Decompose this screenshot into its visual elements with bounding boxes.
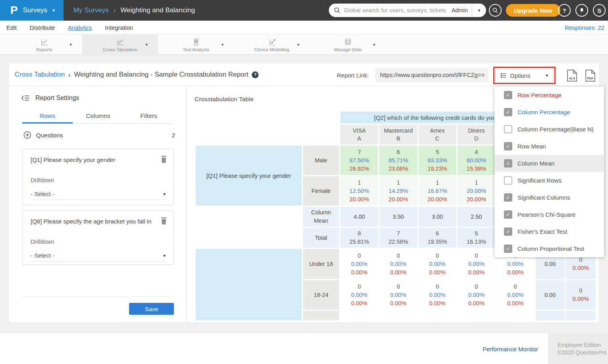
checkbox-checked-icon[interactable]: ✓ bbox=[504, 108, 512, 116]
checkbox-checked-icon[interactable]: ✓ bbox=[504, 142, 512, 150]
chevron-right-icon: › bbox=[114, 7, 116, 14]
caret-down-icon[interactable]: ▾ bbox=[221, 42, 224, 47]
drilldown-select[interactable]: - Select - ▾ bbox=[31, 250, 166, 262]
checkbox-checked-icon[interactable]: ✓ bbox=[504, 227, 512, 236]
data-cell: 00.00%0.00% bbox=[379, 280, 417, 310]
data-cell: 112.50%20.00% bbox=[340, 176, 378, 206]
save-button[interactable]: Save bbox=[129, 303, 174, 315]
cross-tabulation-link[interactable]: Cross Tabulation bbox=[15, 71, 65, 79]
export-xls-button[interactable]: XLS bbox=[567, 69, 577, 82]
option-column-proportional-test[interactable]: ✓ Column Proportional Test bbox=[494, 240, 604, 257]
caret-down-icon: ▾ bbox=[52, 8, 55, 13]
options-dropdown-menu: ✓ Row Percentage ✓ Column Percentage Col… bbox=[494, 87, 604, 257]
notifications-button[interactable] bbox=[575, 4, 588, 17]
data-cell: 825.81% bbox=[340, 228, 378, 248]
checkbox-checked-icon[interactable]: ✓ bbox=[504, 210, 512, 219]
report-link-label: Report Link: bbox=[337, 72, 369, 79]
tab-rows[interactable]: Rows bbox=[22, 111, 73, 123]
checkbox-checked-icon[interactable]: ✓ bbox=[504, 245, 512, 253]
option-pearsons-chi-square[interactable]: ✓ Pearson's Chi-Square bbox=[494, 206, 604, 223]
col-header-visa: VISAA bbox=[340, 125, 378, 144]
performance-monitor-link[interactable]: Performance Monitor bbox=[483, 346, 538, 352]
edition-panel: Employee Edition ©2020 QuestionPro bbox=[548, 333, 608, 364]
questions-row: Questions 2 bbox=[23, 131, 175, 139]
option-column-percentage-base-n[interactable]: Column Percentage(Base N) bbox=[494, 121, 604, 138]
tool-reports[interactable]: Reports ▾ bbox=[6, 35, 82, 55]
delete-question-button[interactable] bbox=[160, 217, 167, 225]
delete-question-button[interactable] bbox=[160, 156, 167, 163]
nav-edit[interactable]: Edit bbox=[6, 24, 17, 31]
collapse-menu-icon bbox=[21, 94, 30, 102]
report-settings-toggle[interactable]: Report Settings bbox=[21, 94, 79, 102]
option-column-percentage[interactable]: ✓ Column Percentage bbox=[494, 104, 604, 121]
analytics-toolbar: Reports ▾ Cross-Tabulation ▾ Text Analys… bbox=[0, 35, 608, 55]
breadcrumb-my-surveys[interactable]: My Surveys bbox=[73, 6, 109, 14]
top-bar: P Surveys ▾ My Surveys › Weighting and B… bbox=[0, 0, 608, 21]
caret-down-icon[interactable]: ▾ bbox=[297, 42, 299, 47]
row-question-cell bbox=[196, 249, 302, 320]
topbar-breadcrumb: My Surveys › Weighting and Balancing bbox=[73, 0, 195, 21]
search-input[interactable] bbox=[344, 7, 448, 13]
questions-count: 2 bbox=[172, 132, 175, 139]
chevron-right-icon: › bbox=[68, 71, 70, 78]
row-mean-cell: 0.00 bbox=[536, 280, 565, 310]
data-cell: 120.00%20.00% bbox=[457, 176, 495, 206]
tab-filters[interactable]: Filters bbox=[124, 111, 174, 123]
export-pdf-button[interactable]: PDF bbox=[585, 69, 596, 82]
nav-analytics[interactable]: Analytics bbox=[68, 24, 92, 31]
tool-text-analysis[interactable]: Text Analysis ▾ bbox=[158, 35, 234, 55]
trash-icon bbox=[160, 217, 167, 225]
report-help-icon[interactable]: ? bbox=[252, 71, 259, 78]
option-fishers-exact-test[interactable]: ✓ Fisher's Exact Test bbox=[494, 223, 604, 240]
option-significant-rows[interactable]: Significant Rows bbox=[494, 172, 604, 189]
data-cell: 00.00%0.00% bbox=[419, 280, 456, 310]
data-cell: 480.00%15.38% bbox=[457, 146, 495, 175]
caret-down-icon[interactable]: ▾ bbox=[69, 42, 72, 47]
nav-distribute[interactable]: Distribute bbox=[30, 24, 55, 31]
data-cell: 00.00%0.00% bbox=[457, 249, 495, 279]
row-question-cell: [Q1] Please specify your gender bbox=[196, 146, 302, 206]
checkbox-unchecked-icon[interactable] bbox=[504, 125, 512, 133]
divider bbox=[22, 297, 174, 297]
report-link-url[interactable]: https://www.questionpro.com/t/lFFCZg bbox=[380, 72, 477, 78]
add-question-icon[interactable] bbox=[23, 131, 31, 139]
product-switcher[interactable]: P Surveys ▾ bbox=[0, 0, 64, 21]
user-avatar[interactable]: S bbox=[593, 4, 606, 17]
tool-cross-tabulation[interactable]: Cross-Tabulation ▾ bbox=[82, 35, 158, 55]
row-label: Total bbox=[303, 228, 339, 248]
checkbox-checked-icon[interactable]: ✓ bbox=[504, 193, 512, 202]
caret-down-icon[interactable]: ▾ bbox=[373, 42, 375, 47]
checkbox-unchecked-icon[interactable] bbox=[504, 176, 512, 185]
option-significant-columns[interactable]: ✓ Significant Columns bbox=[494, 189, 604, 206]
search-scope-dropdown[interactable]: ▾ bbox=[472, 4, 486, 17]
upgrade-now-button[interactable]: Upgrade Now bbox=[506, 4, 560, 17]
data-cell: 00.00%0.00% bbox=[419, 249, 456, 279]
report-link-box: https://www.questionpro.com/t/lFFCZg bbox=[375, 68, 488, 82]
options-button[interactable]: Options ▾ bbox=[495, 68, 553, 83]
option-row-mean[interactable]: ✓ Row Mean bbox=[494, 138, 604, 155]
nav-integration[interactable]: Integration bbox=[105, 24, 133, 31]
tool-choice-modelling[interactable]: Choice Modelling ▾ bbox=[234, 35, 310, 55]
tab-columns[interactable]: Columns bbox=[73, 111, 123, 123]
bell-icon bbox=[579, 7, 585, 13]
caret-down-icon: ▾ bbox=[163, 191, 166, 197]
trash-icon bbox=[160, 156, 167, 163]
question-mark-icon: ? bbox=[562, 7, 566, 14]
text-analysis-icon bbox=[192, 38, 201, 46]
checkbox-checked-icon[interactable]: ✓ bbox=[504, 159, 512, 168]
report-settings-title: Report Settings bbox=[35, 94, 79, 102]
drilldown-select[interactable]: - Select - ▾ bbox=[31, 188, 166, 200]
checkbox-checked-icon[interactable]: ✓ bbox=[504, 91, 512, 99]
link-icon[interactable] bbox=[477, 71, 485, 79]
data-cell: 114.29%20.00% bbox=[379, 176, 417, 206]
data-cell: 619.35% bbox=[419, 228, 456, 248]
caret-down-icon[interactable]: ▾ bbox=[145, 42, 148, 47]
option-column-mean[interactable]: ✓ Column Mean bbox=[494, 155, 604, 172]
data-cell: 583.33%19.23% bbox=[419, 146, 456, 175]
tool-manage-data[interactable]: Manage Data ▾ bbox=[310, 35, 386, 55]
option-row-percentage[interactable]: ✓ Row Percentage bbox=[494, 87, 604, 104]
report-header: Cross Tabulation › Weighting and Balanci… bbox=[9, 64, 599, 86]
help-button[interactable]: ? bbox=[558, 4, 571, 17]
search-submit-button[interactable] bbox=[489, 4, 502, 17]
data-cell: 00.00%0.00% bbox=[457, 280, 495, 310]
